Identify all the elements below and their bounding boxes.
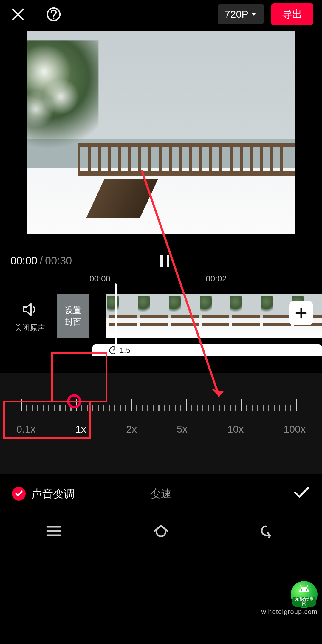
nav-recent-button[interactable] <box>36 525 72 537</box>
check-icon <box>293 486 310 499</box>
svg-point-1 <box>53 17 54 19</box>
close-button[interactable] <box>9 5 27 23</box>
watermark-url: wjhotelgroup.com <box>261 608 318 616</box>
nav-home-button[interactable] <box>143 524 179 538</box>
playhead[interactable] <box>115 283 117 355</box>
nav-back-button[interactable] <box>250 524 286 538</box>
time-total: 00:30 <box>45 255 72 267</box>
confirm-button[interactable] <box>293 486 310 502</box>
ruler-mark: 00:00 <box>89 274 110 284</box>
help-button[interactable] <box>45 5 63 23</box>
mute-label: 关闭原声 <box>12 323 48 333</box>
svg-line-8 <box>306 585 308 588</box>
system-navbar <box>0 513 322 549</box>
svg-point-5 <box>301 589 302 591</box>
close-icon <box>11 7 25 21</box>
svg-line-3 <box>142 170 219 397</box>
slider-knob[interactable] <box>67 394 81 408</box>
time-current: 00:00 <box>10 255 37 267</box>
bottom-bar: 声音变调 变速 <box>0 474 322 513</box>
speed-option[interactable]: 1x <box>75 423 86 435</box>
speed-option[interactable]: 10x <box>227 423 244 435</box>
annotation-arrow <box>136 167 231 408</box>
header-right: 720P 导出 <box>218 3 313 25</box>
chevron-down-icon <box>251 12 257 16</box>
speed-labels: 0.1x 1x 2x 5x 10x 100x <box>16 423 306 435</box>
home-icon <box>152 524 170 538</box>
menu-icon <box>46 525 61 537</box>
resolution-dropdown[interactable]: 720P <box>218 4 264 24</box>
header: 720P 导出 <box>0 0 322 28</box>
checkmark-badge <box>12 487 26 501</box>
clip-thumbnail[interactable] <box>229 294 260 338</box>
pitch-shift-toggle[interactable]: 声音变调 <box>12 487 75 501</box>
set-cover-button[interactable]: 设置 封面 <box>57 294 89 338</box>
time-separator: / <box>40 255 43 267</box>
speed-option[interactable]: 100x <box>284 423 306 435</box>
check-icon <box>15 490 23 498</box>
add-clip-button[interactable] <box>289 301 313 325</box>
speed-option[interactable]: 2x <box>126 423 137 435</box>
android-icon <box>297 584 311 596</box>
mute-original-button[interactable]: 关闭原声 <box>12 301 48 333</box>
panel-title: 变速 <box>150 487 172 501</box>
watermark: 无极安卓网 wjhotelgroup.com <box>261 581 318 616</box>
watermark-logo: 无极安卓网 <box>291 581 318 608</box>
help-icon <box>46 7 61 22</box>
pitch-label: 声音变调 <box>32 487 75 501</box>
header-left <box>9 5 63 23</box>
svg-line-7 <box>300 585 302 588</box>
clip-thumbnail[interactable] <box>260 294 291 338</box>
back-icon <box>261 524 276 538</box>
speed-option[interactable]: 0.1x <box>16 423 35 435</box>
plus-icon <box>295 307 307 319</box>
resolution-label: 720P <box>225 8 248 20</box>
speaker-icon <box>21 301 38 318</box>
export-button[interactable]: 导出 <box>271 3 313 25</box>
svg-point-6 <box>306 589 307 591</box>
clip-thumbnail[interactable] <box>106 294 137 338</box>
speed-option[interactable]: 5x <box>177 423 188 435</box>
